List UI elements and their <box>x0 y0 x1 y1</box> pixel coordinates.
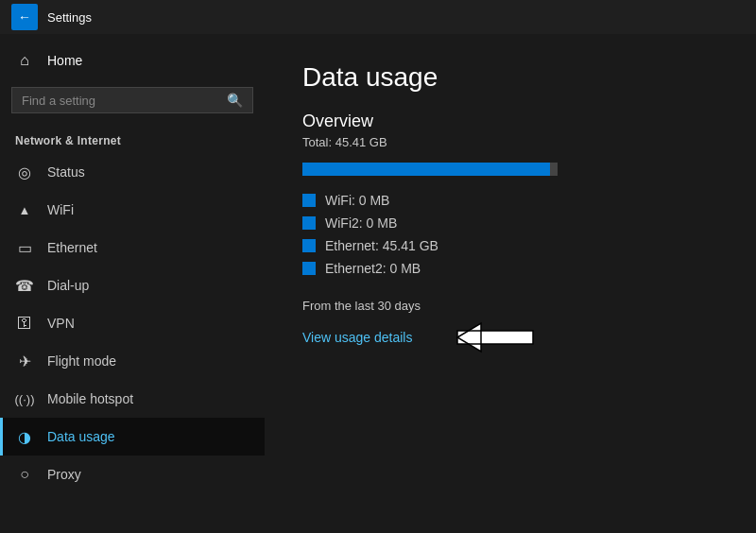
sidebar-item-proxy[interactable]: ○ Proxy <box>0 456 265 493</box>
sidebar-item-ethernet[interactable]: ▭ Ethernet <box>0 229 265 266</box>
usage-dot-ethernet2 <box>302 262 316 275</box>
content-area: Data usage Overview Total: 45.41 GB WiFi… <box>265 34 756 533</box>
sidebar-item-home[interactable]: ⌂ Home <box>0 42 265 79</box>
from-label: From the last 30 days <box>302 299 718 313</box>
page-title: Data usage <box>302 62 718 93</box>
usage-item-ethernet-label: Ethernet: 45.41 GB <box>325 238 438 253</box>
sidebar-item-label: Data usage <box>47 429 115 444</box>
usage-item-wifi: WiFi: 0 MB <box>302 193 718 208</box>
sidebar-home-label: Home <box>47 53 82 68</box>
overview-title: Overview <box>302 112 718 131</box>
wifi-icon: ▲ <box>15 200 34 219</box>
view-usage-details-link[interactable]: View usage details <box>302 330 412 345</box>
search-input[interactable] <box>22 94 219 108</box>
sidebar-item-vpn[interactable]: ⚿ VPN <box>0 304 265 342</box>
mobile-hotspot-icon: ((·)) <box>15 389 34 408</box>
sidebar-item-data-usage[interactable]: ◑ Data usage <box>0 418 265 456</box>
data-usage-icon: ◑ <box>15 427 34 446</box>
status-icon: ◎ <box>15 163 34 181</box>
progress-bar-fill <box>302 163 550 176</box>
usage-dot-wifi <box>302 194 316 207</box>
home-icon: ⌂ <box>15 51 34 70</box>
proxy-icon: ○ <box>15 465 34 484</box>
progress-bar <box>302 163 558 176</box>
sidebar-item-label: Status <box>47 164 85 180</box>
back-button[interactable]: ← <box>11 4 38 30</box>
sidebar-section-title: Network & Internet <box>0 121 265 153</box>
vpn-icon: ⚿ <box>15 314 34 333</box>
sidebar-item-label: VPN <box>47 316 75 331</box>
overview-total: Total: 45.41 GB <box>302 135 718 149</box>
sidebar-item-status[interactable]: ◎ Status <box>0 153 265 191</box>
dialup-icon: ☎ <box>15 276 34 295</box>
sidebar-item-mobile-hotspot[interactable]: ((·)) Mobile hotspot <box>0 380 265 418</box>
flight-mode-icon: ✈ <box>15 352 34 370</box>
svg-marker-1 <box>457 323 481 352</box>
sidebar-item-label: WiFi <box>47 202 74 217</box>
ethernet-icon: ▭ <box>15 238 34 257</box>
search-box: 🔍 <box>11 87 253 113</box>
title-bar: ← Settings <box>0 0 756 34</box>
sidebar-item-wifi[interactable]: ▲ WiFi <box>0 191 265 229</box>
sidebar-item-label: Proxy <box>47 467 81 482</box>
back-icon: ← <box>18 9 31 25</box>
usage-item-wifi2: WiFi2: 0 MB <box>302 215 718 231</box>
sidebar-item-label: Flight mode <box>47 353 116 369</box>
usage-item-wifi2-label: WiFi2: 0 MB <box>325 215 397 231</box>
usage-dot-ethernet <box>302 239 316 252</box>
sidebar-item-dialup[interactable]: ☎ Dial-up <box>0 266 265 304</box>
usage-item-ethernet2-label: Ethernet2: 0 MB <box>325 261 421 276</box>
sidebar: ⌂ Home 🔍 Network & Internet ◎ Status ▲ W… <box>0 34 265 533</box>
search-icon: 🔍 <box>227 93 243 108</box>
main-layout: ⌂ Home 🔍 Network & Internet ◎ Status ▲ W… <box>0 34 756 533</box>
view-link-container: View usage details <box>302 318 552 356</box>
sidebar-item-label: Ethernet <box>47 240 97 255</box>
usage-dot-wifi2 <box>302 216 316 230</box>
sidebar-item-flight-mode[interactable]: ✈ Flight mode <box>0 342 265 380</box>
sidebar-item-label: Dial-up <box>47 278 89 293</box>
sidebar-item-label: Mobile hotspot <box>47 391 133 406</box>
arrow-annotation <box>429 318 552 356</box>
usage-item-ethernet2: Ethernet2: 0 MB <box>302 261 718 276</box>
usage-item-wifi-label: WiFi: 0 MB <box>325 193 389 208</box>
usage-item-ethernet: Ethernet: 45.41 GB <box>302 238 718 253</box>
window-title: Settings <box>47 10 92 25</box>
usage-items-list: WiFi: 0 MB WiFi2: 0 MB Ethernet: 45.41 G… <box>302 193 718 276</box>
